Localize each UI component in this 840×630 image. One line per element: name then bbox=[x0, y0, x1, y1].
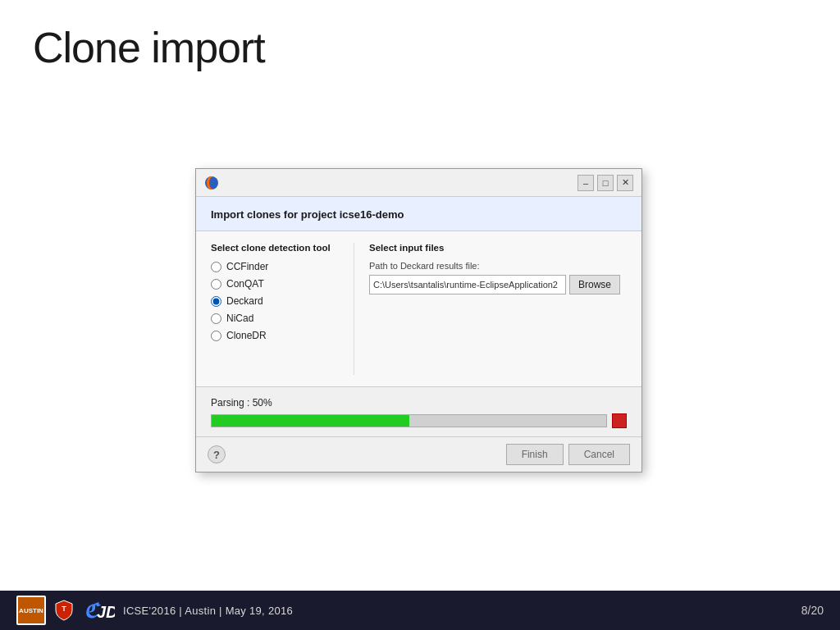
jd-logo: ℭ JD bbox=[82, 597, 115, 623]
dialog-titlebar: – □ ✕ bbox=[196, 169, 641, 197]
radio-deckard-label: Deckard bbox=[226, 295, 263, 307]
slide-area: Clone import – □ ✕ Import clones for pro… bbox=[0, 0, 840, 591]
progress-label: Parsing : 50% bbox=[211, 397, 627, 409]
dialog-header-title: Import clones for project icse16-demo bbox=[211, 208, 627, 221]
svg-text:T: T bbox=[62, 605, 66, 613]
radio-conqat[interactable]: ConQAT bbox=[211, 278, 342, 290]
radio-deckard[interactable]: Deckard bbox=[211, 295, 342, 307]
dialog-footer: ? Finish Cancel bbox=[196, 437, 641, 472]
radio-ccfinder-label: CCFinder bbox=[226, 261, 268, 272]
bottom-logo-area: AUSTIN T ℭ JD bbox=[16, 596, 115, 625]
help-button[interactable]: ? bbox=[208, 445, 226, 463]
dialog-body: Select clone detection tool CCFinder Con… bbox=[196, 231, 641, 387]
browse-button[interactable]: Browse bbox=[569, 275, 620, 294]
radio-nicad-input[interactable] bbox=[211, 313, 221, 324]
radio-nicad-label: NiCad bbox=[226, 313, 253, 324]
left-panel: Select clone detection tool CCFinder Con… bbox=[211, 243, 354, 375]
ut-logo: AUSTIN bbox=[16, 596, 46, 625]
file-input-row: Browse bbox=[369, 275, 627, 294]
page-number: 8/20 bbox=[801, 604, 824, 617]
slide-title: Clone import bbox=[33, 23, 265, 72]
footer-buttons: Finish Cancel bbox=[506, 444, 630, 465]
conference-info: ICSE'2016 | Austin | May 19, 2016 bbox=[123, 605, 293, 617]
radio-deckard-input[interactable] bbox=[211, 296, 221, 307]
left-panel-label: Select clone detection tool bbox=[211, 243, 342, 253]
dialog-controls[interactable]: – □ ✕ bbox=[578, 175, 633, 191]
maximize-button[interactable]: □ bbox=[597, 175, 614, 191]
radio-conqat-label: ConQAT bbox=[226, 278, 264, 290]
eclipse-icon bbox=[204, 176, 219, 190]
progress-stop-button[interactable] bbox=[612, 413, 627, 428]
radio-nicad[interactable]: NiCad bbox=[211, 313, 342, 324]
radio-group: CCFinder ConQAT Deckard NiCad bbox=[211, 261, 342, 341]
right-panel-label: Select input files bbox=[369, 243, 627, 253]
dialog-window: – □ ✕ Import clones for project icse16-d… bbox=[195, 168, 642, 472]
radio-clonedr-input[interactable] bbox=[211, 331, 221, 341]
file-path-input[interactable] bbox=[369, 275, 566, 294]
file-path-label: Path to Deckard results file: bbox=[369, 261, 627, 271]
shield-icon: T bbox=[52, 597, 75, 623]
progress-bar-outer bbox=[211, 414, 607, 427]
radio-conqat-input[interactable] bbox=[211, 279, 221, 290]
progress-section: Parsing : 50% bbox=[196, 387, 641, 437]
bottom-bar-left: AUSTIN T ℭ JD ICSE'2016 | Austin | May 1… bbox=[16, 596, 293, 625]
radio-clonedr[interactable]: CloneDR bbox=[211, 330, 342, 341]
titlebar-left bbox=[204, 176, 219, 190]
close-button[interactable]: ✕ bbox=[617, 175, 633, 191]
progress-row bbox=[211, 413, 627, 428]
cancel-button[interactable]: Cancel bbox=[568, 444, 630, 465]
radio-clonedr-label: CloneDR bbox=[226, 330, 267, 341]
bottom-bar: AUSTIN T ℭ JD ICSE'2016 | Austin | May 1… bbox=[0, 591, 840, 630]
svg-text:JD: JD bbox=[97, 603, 115, 621]
minimize-button[interactable]: – bbox=[578, 175, 594, 191]
finish-button[interactable]: Finish bbox=[506, 444, 564, 465]
progress-bar-inner bbox=[212, 415, 409, 427]
radio-ccfinder[interactable]: CCFinder bbox=[211, 261, 342, 272]
right-panel: Select input files Path to Deckard resul… bbox=[354, 243, 627, 375]
dialog-header: Import clones for project icse16-demo bbox=[196, 197, 641, 231]
radio-ccfinder-input[interactable] bbox=[211, 262, 221, 272]
svg-text:AUSTIN: AUSTIN bbox=[19, 607, 43, 614]
svg-point-2 bbox=[209, 177, 216, 189]
